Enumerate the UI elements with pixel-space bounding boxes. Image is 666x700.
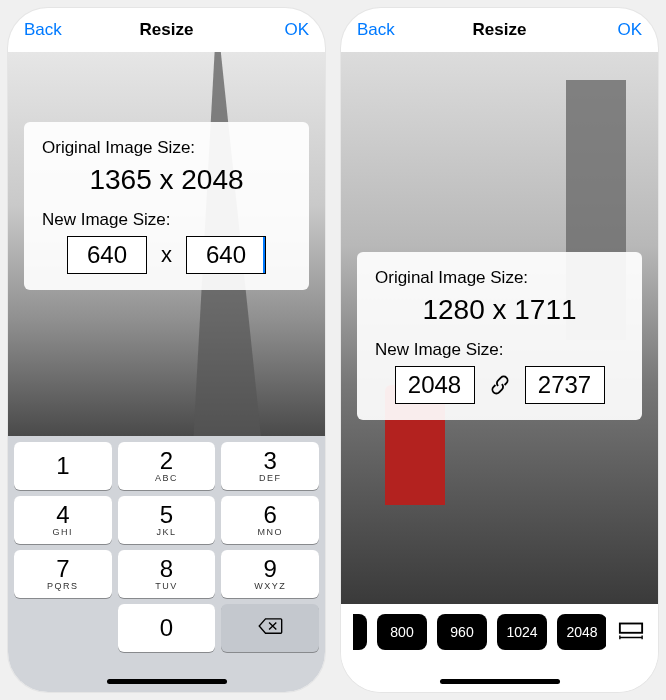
preset-2048[interactable]: 2048 bbox=[557, 614, 606, 650]
backspace-key[interactable] bbox=[221, 604, 319, 652]
preset-scroll[interactable]: 800 960 1024 2048 bbox=[353, 614, 606, 650]
preset-800[interactable]: 800 bbox=[377, 614, 427, 650]
preset-1024[interactable]: 1024 bbox=[497, 614, 547, 650]
width-input[interactable]: 640 bbox=[67, 236, 147, 274]
navbar: Back Resize OK bbox=[341, 8, 658, 52]
original-size-value: 1365 x 2048 bbox=[42, 164, 291, 196]
preset-960[interactable]: 960 bbox=[437, 614, 487, 650]
navbar: Back Resize OK bbox=[8, 8, 325, 52]
width-input[interactable]: 2048 bbox=[395, 366, 475, 404]
svg-rect-0 bbox=[620, 624, 642, 633]
back-button[interactable]: Back bbox=[24, 20, 62, 40]
link-aspect-icon[interactable] bbox=[489, 374, 511, 396]
home-indicator[interactable] bbox=[440, 679, 560, 684]
dimension-separator: x bbox=[161, 242, 172, 268]
home-indicator[interactable] bbox=[107, 679, 227, 684]
new-size-label: New Image Size: bbox=[42, 210, 291, 230]
page-title: Resize bbox=[140, 20, 194, 40]
original-size-label: Original Image Size: bbox=[375, 268, 624, 288]
key-5[interactable]: 5JKL bbox=[118, 496, 216, 544]
key-7[interactable]: 7PQRS bbox=[14, 550, 112, 598]
aspect-ratio-icon bbox=[618, 620, 644, 644]
preset-partial[interactable] bbox=[353, 614, 367, 650]
image-preview: Original Image Size: 1280 x 1711 New Ima… bbox=[341, 52, 658, 604]
key-1[interactable]: 1 bbox=[14, 442, 112, 490]
resize-panel: Original Image Size: 1365 x 2048 New Ima… bbox=[24, 122, 309, 290]
key-2[interactable]: 2ABC bbox=[118, 442, 216, 490]
ok-button[interactable]: OK bbox=[284, 20, 309, 40]
aspect-ratio-button[interactable] bbox=[616, 617, 646, 647]
original-size-value: 1280 x 1711 bbox=[375, 294, 624, 326]
backspace-icon bbox=[257, 617, 283, 639]
ok-button[interactable]: OK bbox=[617, 20, 642, 40]
key-3[interactable]: 3DEF bbox=[221, 442, 319, 490]
key-8[interactable]: 8TUV bbox=[118, 550, 216, 598]
key-6[interactable]: 6MNO bbox=[221, 496, 319, 544]
original-size-label: Original Image Size: bbox=[42, 138, 291, 158]
numeric-keypad: 1 2ABC 3DEF 4GHI 5JKL 6MNO 7PQRS 8TUV 9W… bbox=[8, 436, 325, 692]
new-size-label: New Image Size: bbox=[375, 340, 624, 360]
keypad-spacer bbox=[14, 604, 112, 652]
height-input[interactable]: 2737 bbox=[525, 366, 605, 404]
resize-panel: Original Image Size: 1280 x 1711 New Ima… bbox=[357, 252, 642, 420]
new-size-row: 640 x 640 bbox=[42, 236, 291, 274]
key-0[interactable]: 0 bbox=[118, 604, 216, 652]
device-right: Back Resize OK Original Image Size: 1280… bbox=[341, 8, 658, 692]
key-4[interactable]: 4GHI bbox=[14, 496, 112, 544]
page-title: Resize bbox=[473, 20, 527, 40]
new-size-row: 2048 2737 bbox=[375, 366, 624, 404]
key-9[interactable]: 9WXYZ bbox=[221, 550, 319, 598]
device-left: Back Resize OK Original Image Size: 1365… bbox=[8, 8, 325, 692]
height-input[interactable]: 640 bbox=[186, 236, 266, 274]
image-preview: Original Image Size: 1365 x 2048 New Ima… bbox=[8, 52, 325, 436]
back-button[interactable]: Back bbox=[357, 20, 395, 40]
